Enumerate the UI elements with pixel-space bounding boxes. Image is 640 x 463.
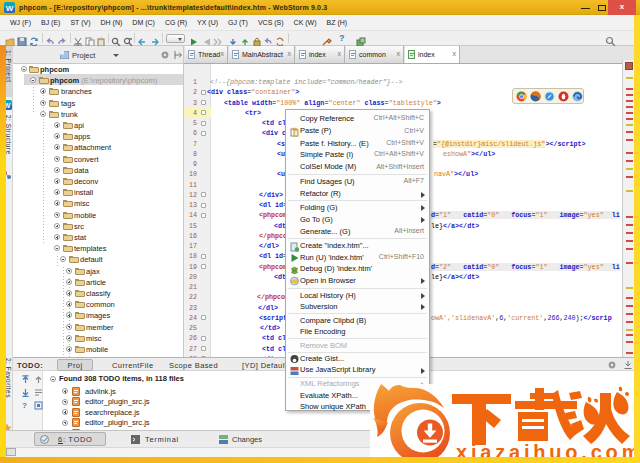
- svg-text:W: W: [6, 4, 14, 13]
